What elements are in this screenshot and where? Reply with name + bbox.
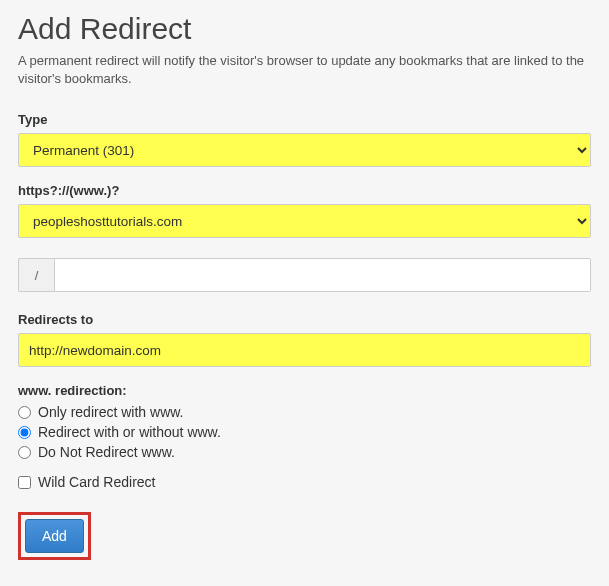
radio-with-or-without-www[interactable]: Redirect with or without www. <box>18 424 591 440</box>
radio-do-not-redirect-www-input[interactable] <box>18 446 31 459</box>
radio-label: Redirect with or without www. <box>38 424 221 440</box>
add-button[interactable]: Add <box>25 519 84 553</box>
radio-only-with-www-input[interactable] <box>18 406 31 419</box>
www-redirection-group: Only redirect with www. Redirect with or… <box>18 404 591 460</box>
wildcard-label: Wild Card Redirect <box>38 474 155 490</box>
add-button-highlight: Add <box>18 512 91 560</box>
redirects-to-label: Redirects to <box>18 312 591 327</box>
type-label: Type <box>18 112 591 127</box>
domain-label: https?://(www.)? <box>18 183 591 198</box>
radio-label: Do Not Redirect www. <box>38 444 175 460</box>
www-redirection-label: www. redirection: <box>18 383 591 398</box>
radio-do-not-redirect-www[interactable]: Do Not Redirect www. <box>18 444 591 460</box>
radio-label: Only redirect with www. <box>38 404 183 420</box>
page-description: A permanent redirect will notify the vis… <box>18 52 591 88</box>
path-prefix: / <box>18 258 54 292</box>
page-title: Add Redirect <box>18 12 591 46</box>
domain-select[interactable]: peopleshosttutorials.com <box>18 204 591 238</box>
redirects-to-input[interactable] <box>18 333 591 367</box>
radio-only-with-www[interactable]: Only redirect with www. <box>18 404 591 420</box>
type-select[interactable]: Permanent (301) <box>18 133 591 167</box>
wildcard-checkbox-row[interactable]: Wild Card Redirect <box>18 474 591 490</box>
radio-with-or-without-www-input[interactable] <box>18 426 31 439</box>
wildcard-checkbox[interactable] <box>18 476 31 489</box>
path-input[interactable] <box>54 258 591 292</box>
